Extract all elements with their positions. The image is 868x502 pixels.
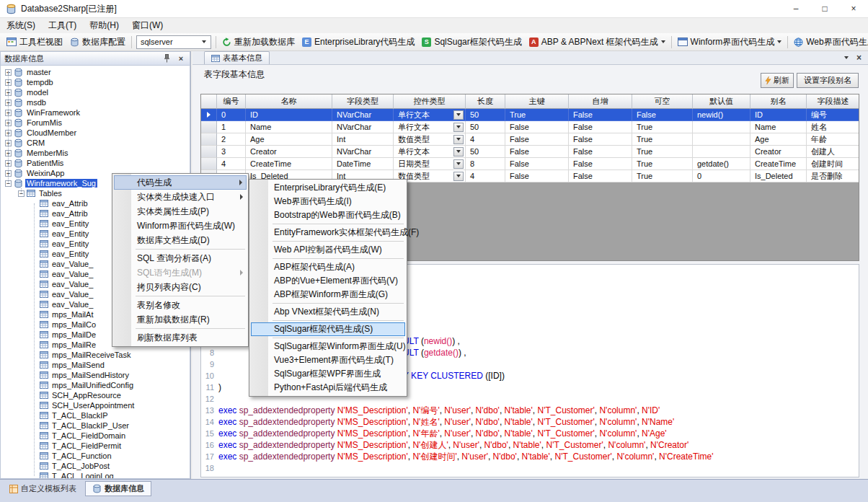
tree-item-tempdb[interactable]: +tempdb	[1, 77, 190, 87]
grid-cell[interactable]: CreateTime	[750, 158, 807, 170]
tree-item-model[interactable]: +model	[1, 87, 190, 97]
row-header[interactable]	[201, 158, 217, 170]
chevron-down-icon[interactable]	[844, 56, 849, 59]
tree-item-T_ACL_BlackIP[interactable]: T_ACL_BlackIP	[1, 410, 190, 420]
grid-cell[interactable]: 0	[217, 109, 246, 121]
grid-cell[interactable]: 8	[466, 158, 505, 170]
grid-cell[interactable]: False	[505, 170, 569, 182]
combobox-dropdown-icon[interactable]	[453, 172, 464, 181]
menu-item-sqlsugar-codegen[interactable]: SqlSugar框架代码生成(S)	[251, 322, 405, 336]
tab-table-basic-info[interactable]: 表基本信息	[204, 51, 270, 64]
maximize-button[interactable]: □	[810, 0, 839, 17]
menu-item-vue3-element[interactable]: Vue3+Element界面代码生成(T)	[251, 353, 405, 367]
grid-cell[interactable]: ID	[246, 109, 332, 121]
grid-cell[interactable]: 3	[217, 146, 246, 158]
tree-item-MemberMis[interactable]: +MemberMis	[1, 148, 190, 158]
grid-cell[interactable]: 单行文本	[394, 109, 466, 121]
combobox-dropdown-icon[interactable]	[453, 123, 464, 132]
table-row[interactable]: 4CreateTimeDateTime日期类型8FalseFalseTruege…	[201, 158, 859, 170]
close-icon[interactable]: ×	[176, 53, 186, 63]
combobox-dropdown-icon[interactable]	[453, 135, 464, 144]
table-row[interactable]: 2AgeInt数值类型4FalseFalseTrueAge年龄	[201, 133, 859, 146]
combobox-dropdown-icon[interactable]	[453, 159, 464, 169]
grid-cell[interactable]: Int	[332, 133, 394, 146]
set-field-alias-button[interactable]: 设置字段别名	[797, 73, 859, 88]
abp-codegen-button[interactable]: AABP & ABPNext 框架代码生成	[526, 35, 669, 50]
grid-cell[interactable]: True	[632, 121, 693, 133]
grid-cell[interactable]: 年龄	[807, 133, 859, 146]
tree-item-CRM[interactable]: +CRM	[1, 138, 190, 148]
combobox-dropdown-icon[interactable]	[453, 147, 464, 157]
grid-cell[interactable]: Age	[246, 133, 332, 146]
tree-item-T_ACL_JobPost[interactable]: T_ACL_JobPost	[1, 461, 190, 471]
sqlsugar-codegen-button[interactable]: SSqlSugar框架代码生成	[418, 35, 525, 50]
grid-cell[interactable]: 0	[693, 170, 750, 182]
row-header[interactable]	[201, 109, 217, 121]
grid-cell[interactable]: True	[632, 133, 693, 146]
grid-cell[interactable]: DateTime	[332, 158, 394, 170]
grid-cell[interactable]: Age	[750, 133, 807, 146]
menu-item-sqlsugar-wpf[interactable]: SqlSugar框架WPF界面生成	[251, 367, 405, 381]
grid-cell[interactable]	[693, 146, 750, 158]
grid-cell[interactable]: True	[632, 146, 693, 158]
dock-tab-database-info[interactable]: 数据库信息	[85, 481, 151, 496]
column-header-名称[interactable]: 名称	[246, 94, 332, 109]
menu-item-copy-list[interactable]: 拷贝列表内容(C)	[114, 280, 247, 294]
column-header-可空[interactable]: 可空	[632, 94, 693, 109]
menu-item-entity-quick-entry[interactable]: 实体类生成快速入口	[114, 190, 247, 204]
row-header[interactable]	[201, 146, 217, 158]
grid-cell[interactable]: Name	[750, 121, 807, 133]
column-header-字段描述[interactable]: 字段描述	[807, 94, 859, 109]
combo-dropdown-icon[interactable]	[198, 37, 209, 48]
menu-item-entityframework-codegen[interactable]: EntityFramework实体框架代码生成(F)	[251, 226, 405, 239]
grid-cell[interactable]: 1	[217, 121, 246, 133]
row-header[interactable]	[201, 121, 217, 133]
menu-window[interactable]: 窗口(W)	[125, 18, 169, 33]
column-header-主键[interactable]: 主键	[505, 94, 569, 109]
menu-item-enterpriselibrary-codegen[interactable]: EnterpriseLibrary代码生成(E)	[251, 181, 405, 195]
tree-item-msdb[interactable]: +msdb	[1, 97, 190, 107]
grid-cell[interactable]: Is_Deleted	[750, 170, 807, 182]
tree-item-SCH_AppResource[interactable]: SCH_AppResource	[1, 390, 190, 400]
grid-cell[interactable]	[693, 121, 750, 133]
grid-cell[interactable]: 是否删除	[807, 170, 859, 182]
tree-item-mps_MailUnifiedConfig[interactable]: mps_MailUnifiedConfig	[1, 380, 190, 390]
menu-item-table-alias-edit[interactable]: 表别名修改	[114, 298, 247, 312]
grid-cell[interactable]: 姓名	[807, 121, 859, 133]
menu-item-sqlsugar-winform[interactable]: SqlSugar框架Winform界面生成(U)	[251, 340, 405, 353]
menu-item-abp-vue-element[interactable]: ABP的Vue+Element界面代码(V)	[251, 274, 405, 288]
tree-item-mps_MailSend[interactable]: mps_MailSend	[1, 360, 190, 370]
grid-cell[interactable]: NVarChar	[332, 146, 394, 158]
column-header-长度[interactable]: 长度	[466, 94, 505, 109]
grid-cell[interactable]: Creator	[246, 146, 332, 158]
grid-cell[interactable]: False	[505, 146, 569, 158]
grid-cell[interactable]: CreateTime	[246, 158, 332, 170]
column-header-字段类型[interactable]: 字段类型	[332, 94, 394, 109]
grid-cell[interactable]: 4	[217, 158, 246, 170]
tree-item-SCH_UserAppointment[interactable]: SCH_UserAppointment	[1, 400, 190, 410]
combobox-dropdown-icon[interactable]	[453, 110, 464, 120]
column-header-自增[interactable]: 自增	[569, 94, 632, 109]
menu-item-abp-codegen[interactable]: ABP框架代码生成(A)	[251, 260, 405, 274]
grid-cell[interactable]: False	[569, 121, 632, 133]
grid-cell[interactable]: 编号	[807, 109, 859, 121]
grid-cell[interactable]: False	[505, 158, 569, 170]
grid-cell[interactable]: getdate()	[693, 158, 750, 170]
chevron-down-icon[interactable]	[661, 40, 665, 43]
menu-item-winform-codegen[interactable]: Winform界面代码生成(W)	[114, 219, 247, 233]
grid-cell[interactable]: True	[632, 158, 693, 170]
menu-item-web-ui-codegen[interactable]: Web界面代码生成(I)	[251, 195, 405, 208]
db-config-button[interactable]: 数据库配置	[66, 35, 129, 50]
grid-cell[interactable]: Name	[246, 121, 332, 133]
grid-cell[interactable]: 创建时间	[807, 158, 859, 170]
dock-tab-custom-templates[interactable]: 自定义模板列表	[2, 481, 84, 496]
grid-cell[interactable]: 2	[217, 133, 246, 146]
table-row[interactable]: 1NameNVarChar单行文本50FalseFalseTrueName姓名	[201, 121, 859, 133]
menu-system[interactable]: 系统(S)	[0, 18, 42, 33]
menu-item-bootstrap-web-codegen[interactable]: Bootstrap的Web界面代码生成(B)	[251, 208, 405, 222]
grid-cell[interactable]: 创建人	[807, 146, 859, 158]
menu-item-database-doc[interactable]: 数据库文档生成(D)	[114, 233, 247, 247]
reload-database-button[interactable]: 重新加载数据库	[218, 35, 298, 50]
column-header-编号[interactable]: 编号	[217, 94, 246, 109]
menu-item-sql-analyzer[interactable]: SQL 查询分析器(A)	[114, 251, 247, 265]
